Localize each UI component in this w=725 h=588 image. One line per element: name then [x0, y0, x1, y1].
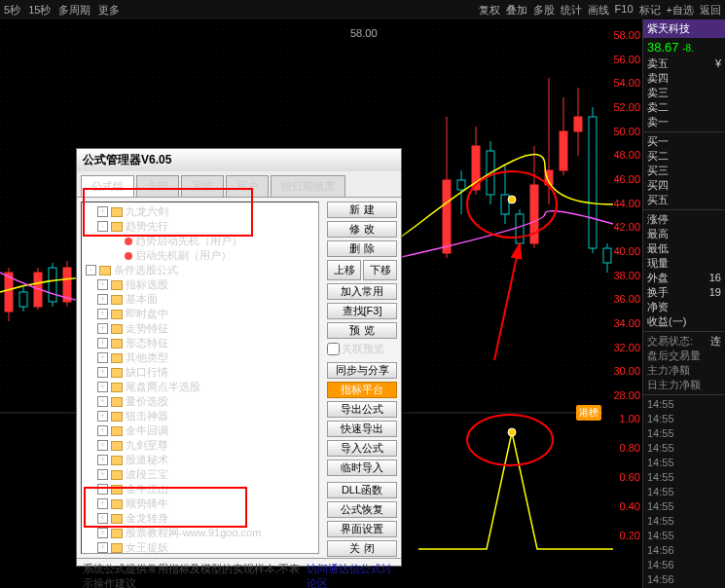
tree-toggle-icon[interactable]: + [97, 498, 108, 509]
tree-toggle-icon[interactable]: + [97, 279, 108, 290]
timeframe-item[interactable]: 更多 [98, 3, 120, 18]
tree-label: 狙击神器 [126, 409, 168, 423]
time-row: 14:56 [643, 543, 725, 558]
tree-label: 即时盘中 [126, 307, 168, 321]
tree-toggle-icon[interactable]: + [97, 338, 108, 349]
toolbar-item[interactable]: F10 [615, 3, 634, 18]
tree-toggle-icon[interactable]: + [97, 367, 108, 378]
dialog-tab[interactable]: 用户 [226, 175, 269, 197]
dialog-tab[interactable]: 全部 [136, 175, 179, 197]
tree-node[interactable]: +金龙转身 [84, 511, 316, 526]
tree-toggle-icon[interactable]: + [97, 411, 108, 422]
tree-toggle-icon[interactable]: + [97, 455, 108, 465]
dialog-tab[interactable]: 按日期频度 [271, 175, 345, 197]
timeframe-item[interactable]: 5秒 [4, 3, 20, 18]
toolbar-item[interactable]: 画线 [588, 3, 609, 18]
platform-button[interactable]: 指标平台 [327, 382, 397, 398]
tree-node[interactable]: +波段三宝 [84, 467, 316, 482]
tree-toggle-icon[interactable]: + [97, 440, 108, 451]
down-button[interactable]: 下移 [363, 260, 397, 280]
tree-toggle-icon[interactable]: + [97, 396, 108, 407]
toolbar-item[interactable]: 统计 [561, 3, 582, 18]
new-button[interactable]: 新 建 [327, 202, 397, 218]
tree-node[interactable]: +基本面 [84, 292, 316, 307]
dialog-tab[interactable]: 公式组 [81, 175, 134, 197]
formula-tree[interactable]: +九龙六剑-趋势先行趋势启动先机（用户）启动先机副（用户）-条件选股公式+指标选… [81, 202, 319, 554]
info-row: 净资 [643, 300, 725, 314]
tree-toggle-icon[interactable]: + [97, 542, 108, 553]
toolbar-item[interactable]: 多股 [533, 3, 555, 18]
tree-node[interactable]: +即时盘中 [84, 307, 316, 321]
tree-node[interactable]: +量价选股 [84, 394, 316, 409]
export-button[interactable]: 导出公式 [327, 401, 397, 418]
up-button[interactable]: 上移 [327, 260, 361, 280]
setting-button[interactable]: 界面设置 [327, 521, 397, 537]
footer-link[interactable]: 访问通达信公式讨论区 [307, 562, 395, 588]
restore-button[interactable]: 公式恢复 [327, 501, 397, 518]
tree-node[interactable]: +九剑至尊 [84, 438, 316, 453]
tree-toggle-icon[interactable]: + [97, 469, 108, 480]
tree-toggle-icon[interactable]: + [97, 528, 108, 538]
tree-toggle-icon[interactable]: - [86, 265, 96, 276]
tempimport-button[interactable]: 临时导入 [327, 459, 397, 476]
close-button[interactable]: 关 闭 [327, 540, 397, 557]
tree-toggle-icon[interactable]: + [97, 309, 108, 319]
tree-node[interactable]: +形态特征 [84, 336, 316, 350]
toolbar-item[interactable]: 标记 [639, 3, 661, 18]
folder-icon [111, 353, 123, 363]
toolbar-item[interactable]: +自选 [667, 3, 694, 18]
tree-toggle-icon[interactable]: + [97, 352, 108, 363]
tree-toggle-icon[interactable]: + [97, 294, 108, 305]
tree-node[interactable]: +股票教程网-www.91goo.com [84, 526, 316, 540]
tree-node[interactable]: +缺口行情 [84, 365, 316, 380]
edit-button[interactable]: 修 改 [327, 221, 397, 238]
related-checkbox[interactable] [327, 343, 340, 355]
tree-toggle-icon[interactable]: + [97, 484, 108, 495]
fastexport-button[interactable]: 快速导出 [327, 421, 397, 437]
timeframe-item[interactable]: 多周期 [58, 3, 91, 18]
import-button[interactable]: 导入公式 [327, 440, 397, 457]
time-row: 14:55 [643, 529, 725, 543]
tree-node[interactable]: 启动先机副（用户） [84, 248, 316, 263]
tree-node[interactable]: +九龙六剑 [84, 204, 316, 219]
tree-toggle-icon[interactable]: + [97, 513, 108, 524]
stock-name[interactable]: 紫天科技 [643, 19, 725, 38]
tree-node[interactable]: -条件选股公式 [84, 263, 316, 277]
tree-toggle-icon[interactable]: + [97, 425, 108, 436]
addcommon-button[interactable]: 加入常用 [327, 283, 397, 300]
sync-button[interactable]: 同步与分享 [327, 362, 397, 379]
tree-label: 走势特征 [126, 321, 168, 336]
tree-node[interactable]: +尾盘两点半选股 [84, 380, 316, 394]
dialog-buttons: 新 建 修 改 删 除 上移下移 加入常用 查找[F3] 预 览 关联预览 同步… [323, 198, 401, 558]
tree-node[interactable]: -趋势先行 [84, 219, 316, 234]
toolbar-item[interactable]: 返回 [700, 3, 721, 18]
toolbar-item[interactable]: 叠加 [506, 3, 527, 18]
tree-toggle-icon[interactable]: - [97, 221, 108, 232]
status-row: 日主力净额 [643, 378, 725, 392]
formula-manager-dialog[interactable]: 公式管理器V6.05 公式组全部系统用户按日期频度 +九龙六剑-趋势先行趋势启动… [76, 148, 402, 567]
dialog-tab[interactable]: 系统 [181, 175, 224, 197]
tree-toggle-icon[interactable]: + [97, 206, 108, 217]
tree-toggle-icon[interactable]: + [97, 382, 108, 392]
tree-node[interactable]: +顺势骑牛 [84, 496, 316, 511]
tree-node[interactable]: +金牛回调 [84, 423, 316, 438]
formula-icon [125, 238, 132, 245]
dll-button[interactable]: DLL函数 [327, 482, 397, 498]
ask-row: 卖五¥ [643, 56, 725, 71]
tree-toggle-icon[interactable]: + [97, 323, 108, 334]
ask-row: 卖三 [643, 86, 725, 100]
tree-node[interactable]: +女王捉妖 [84, 540, 316, 554]
tree-node[interactable]: +其他类型 [84, 350, 316, 365]
tree-node[interactable]: +股道秘术 [84, 453, 316, 467]
search-button[interactable]: 查找[F3] [327, 303, 397, 319]
delete-button[interactable]: 删 除 [327, 240, 397, 257]
tree-node[interactable]: +指标选股 [84, 277, 316, 292]
timeframe-item[interactable]: 15秒 [28, 3, 51, 18]
toolbar-item[interactable]: 复权 [479, 3, 500, 18]
tree-node[interactable]: +金牛江山 [84, 482, 316, 496]
preview-button[interactable]: 预 览 [327, 322, 397, 339]
tree-node[interactable]: +狙击神器 [84, 409, 316, 423]
folder-icon [111, 383, 123, 392]
tree-node[interactable]: +走势特征 [84, 321, 316, 336]
tree-node[interactable]: 趋势启动先机（用户） [84, 234, 316, 248]
